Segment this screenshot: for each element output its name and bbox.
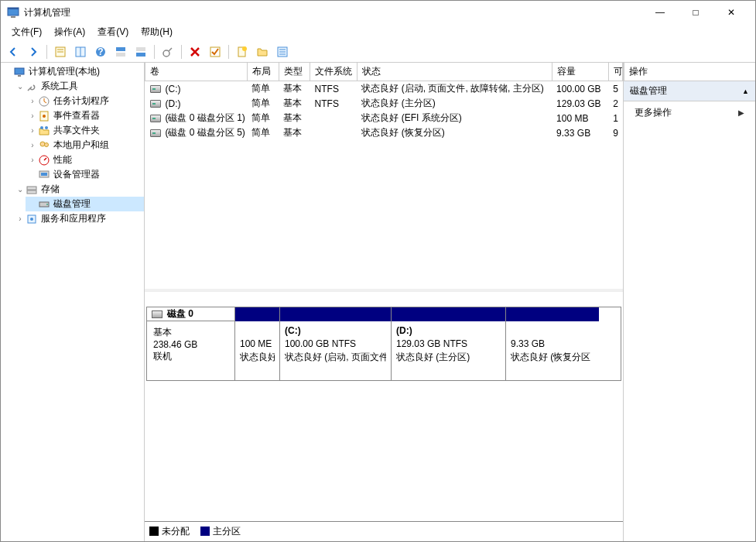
disk-layout-pane[interactable]: 磁盘 0 基本 238.46 GB 联机 100 ME状态良好(C:)100.0…: [145, 304, 623, 521]
svg-rect-11: [116, 53, 125, 57]
table-row[interactable]: (磁盘 0 磁盘分区 5)简单基本状态良好 (恢复分区)9.33 GB9: [145, 125, 623, 140]
new-button[interactable]: [233, 43, 251, 61]
actions-more-label: 更多操作: [635, 106, 672, 119]
services-icon: [26, 213, 38, 225]
delete-button[interactable]: [186, 43, 204, 61]
menu-help[interactable]: 帮助(H): [135, 24, 179, 40]
window-controls: — □ ✕: [642, 1, 749, 24]
tree-task-scheduler[interactable]: › 任务计划程序: [26, 94, 144, 108]
view-top-button[interactable]: [111, 43, 130, 61]
svg-rect-23: [15, 68, 24, 74]
back-button[interactable]: [4, 43, 22, 61]
view-list-button[interactable]: [51, 43, 70, 61]
legend-unallocated: 未分配: [149, 525, 190, 538]
tree-disk-management[interactable]: 磁盘管理: [26, 197, 144, 211]
table-row[interactable]: (磁盘 0 磁盘分区 1)简单基本状态良好 (EFI 系统分区)100 MB1: [145, 111, 623, 125]
check-button[interactable]: [206, 43, 224, 61]
col-capacity[interactable]: 容量: [552, 63, 608, 81]
minimize-button[interactable]: —: [642, 1, 678, 24]
tree-label: 存储: [41, 183, 60, 196]
col-volume[interactable]: 卷: [145, 63, 248, 81]
disk-size: 238.46 GB: [153, 339, 228, 350]
actions-section-label: 磁盘管理: [630, 84, 667, 98]
drive-icon: [150, 115, 161, 122]
disk-row[interactable]: 磁盘 0 基本 238.46 GB 联机 100 ME状态良好(C:)100.0…: [146, 307, 621, 381]
tree-local-users[interactable]: › 本地用户和组: [26, 138, 144, 153]
toolbar-separator: [46, 45, 47, 59]
tree-label: 任务计划程序: [53, 94, 109, 108]
tools-icon: [26, 81, 38, 93]
table-row[interactable]: (D:)简单基本NTFS状态良好 (主分区)129.03 GB2: [145, 96, 623, 111]
expand-icon[interactable]: ›: [27, 111, 38, 120]
col-type[interactable]: 类型: [279, 63, 310, 81]
tree-system-tools[interactable]: ⌄ 系统工具: [13, 79, 144, 94]
col-status[interactable]: 状态: [357, 63, 552, 81]
window-title: 计算机管理: [24, 6, 642, 19]
tree-label: 性能: [53, 153, 72, 166]
app-icon: [7, 6, 19, 19]
computer-icon: [13, 66, 26, 78]
disk-icon: [38, 198, 50, 211]
tree-label: 计算机管理(本地): [29, 65, 100, 78]
expand-icon[interactable]: ›: [27, 126, 38, 135]
tree-storage[interactable]: ⌄ 存储: [13, 182, 144, 197]
perf-icon: [38, 154, 50, 166]
svg-point-29: [45, 126, 48, 129]
partition[interactable]: 100 ME状态良好: [235, 307, 280, 380]
maximize-button[interactable]: □: [678, 1, 713, 24]
properties-button[interactable]: [273, 43, 292, 61]
tree-performance[interactable]: › 性能: [26, 153, 144, 167]
svg-rect-13: [136, 53, 145, 57]
tree-label: 设备管理器: [53, 168, 100, 181]
volume-list[interactable]: 卷 布局 类型 文件系统 状态 容量 可 (C:)简单基本NTFS状态良好 (启…: [145, 63, 623, 291]
tree-root[interactable]: 计算机管理(本地): [1, 64, 144, 79]
col-free[interactable]: 可: [608, 63, 622, 81]
col-fs[interactable]: 文件系统: [310, 63, 357, 81]
toolbar-separator: [228, 45, 229, 59]
col-layout[interactable]: 布局: [247, 63, 279, 81]
legend-swatch-blue: [200, 527, 210, 536]
tree-shared-folders[interactable]: › 共享文件夹: [26, 123, 144, 138]
expand-icon[interactable]: ›: [15, 214, 26, 223]
view-bottom-button[interactable]: [132, 43, 150, 61]
tree-event-viewer[interactable]: › 事件查看器: [26, 108, 144, 123]
tree-label: 共享文件夹: [53, 124, 100, 137]
settings-button[interactable]: [159, 43, 177, 61]
forward-button[interactable]: [24, 43, 43, 61]
svg-rect-24: [18, 75, 21, 77]
collapse-icon[interactable]: ⌄: [15, 82, 26, 91]
tree-pane[interactable]: 计算机管理(本地) ⌄ 系统工具 › 任务计划程序 › 事件查看器: [1, 63, 145, 541]
svg-point-31: [45, 142, 49, 146]
expand-icon[interactable]: ›: [27, 156, 38, 164]
menu-action[interactable]: 操作(A): [48, 24, 91, 40]
table-row[interactable]: (C:)简单基本NTFS状态良好 (启动, 页面文件, 故障转储, 主分区)10…: [145, 81, 623, 97]
folder-button[interactable]: [253, 43, 272, 61]
expand-icon[interactable]: ›: [27, 97, 38, 105]
disk-status: 联机: [153, 350, 228, 363]
partition[interactable]: (C:)100.00 GB NTFS状态良好 (启动, 页面文件: [280, 307, 392, 380]
storage-icon: [26, 184, 38, 196]
tree-label: 磁盘管理: [53, 197, 91, 211]
menu-view[interactable]: 查看(V): [91, 24, 135, 40]
tree-device-manager[interactable]: 设备管理器: [26, 167, 144, 182]
horizontal-scrollbar[interactable]: [145, 291, 623, 304]
actions-more[interactable]: 更多操作 ▶: [624, 101, 755, 124]
actions-section[interactable]: 磁盘管理 ▲: [624, 81, 755, 101]
svg-rect-36: [27, 190, 36, 194]
view-details-button[interactable]: [71, 43, 90, 61]
center-pane: 卷 布局 类型 文件系统 状态 容量 可 (C:)简单基本NTFS状态良好 (启…: [145, 63, 624, 541]
tree-services-apps[interactable]: › 服务和应用程序: [13, 211, 144, 226]
disk-header[interactable]: 磁盘 0 基本 238.46 GB 联机: [147, 307, 235, 380]
drive-icon: [150, 85, 161, 93]
title-bar: 计算机管理 — □ ✕: [1, 1, 755, 24]
partition[interactable]: (D:)129.03 GB NTFS状态良好 (主分区): [392, 307, 506, 380]
svg-point-14: [163, 50, 169, 57]
close-button[interactable]: ✕: [713, 1, 749, 24]
collapse-icon[interactable]: ⌄: [15, 185, 26, 194]
expand-icon[interactable]: ›: [27, 141, 38, 149]
help-button[interactable]: ?: [91, 43, 110, 61]
menu-file[interactable]: 文件(F): [5, 24, 48, 40]
partition[interactable]: 9.33 GB状态良好 (恢复分区: [506, 307, 599, 380]
collapse-icon: ▲: [742, 87, 749, 95]
chevron-right-icon: ▶: [738, 108, 744, 117]
